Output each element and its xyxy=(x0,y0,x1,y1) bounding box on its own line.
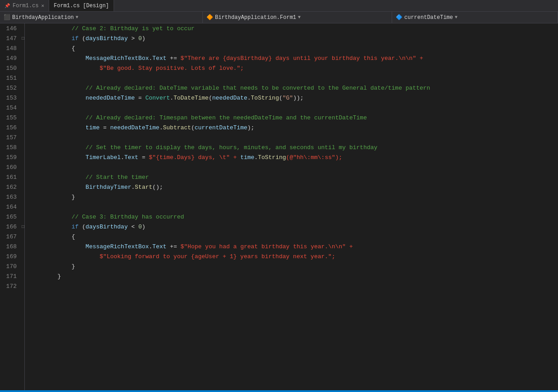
code-token: . xyxy=(131,184,135,191)
code-token: currentDateTime xyxy=(195,124,247,131)
tab-label-1: Form1.cs xyxy=(13,3,39,9)
code-token xyxy=(29,124,86,131)
code-token: Text xyxy=(124,154,138,161)
gutter-row: 152 xyxy=(0,83,24,93)
code-token: = xyxy=(135,95,145,101)
gutter-row: 161 xyxy=(0,172,24,182)
gutter-row: 155 xyxy=(0,113,24,123)
code-token: ) xyxy=(142,223,146,230)
line-number: 156 xyxy=(0,124,20,131)
line-number: 168 xyxy=(0,243,20,250)
code-token xyxy=(29,144,86,151)
code-content[interactable]: // Case 2: Birthday is yet to occur if (… xyxy=(25,23,558,392)
line-number: 148 xyxy=(0,45,20,52)
code-token: Subtract xyxy=(163,124,191,131)
code-token: . xyxy=(121,154,124,161)
code-token xyxy=(29,35,72,42)
code-line xyxy=(29,103,558,113)
gutter-row: 148 xyxy=(0,43,24,53)
line-number: 165 xyxy=(0,214,20,220)
code-token xyxy=(29,154,86,161)
code-token xyxy=(29,65,100,72)
code-token xyxy=(29,114,86,121)
code-token: Text xyxy=(152,243,166,250)
line-number: 150 xyxy=(0,65,20,72)
gutter-row: 172 xyxy=(0,281,24,291)
code-token: 0 xyxy=(138,223,142,230)
code-token: { xyxy=(72,45,75,52)
line-number: 170 xyxy=(0,263,20,270)
member-dropdown[interactable]: 🔷 currentDateTime ▼ xyxy=(392,12,558,23)
line-number: 164 xyxy=(0,204,20,210)
code-line: { xyxy=(29,43,558,53)
code-token: ); xyxy=(247,124,255,131)
code-area: 146147□148149150151152153154155156157158… xyxy=(0,23,558,392)
code-token xyxy=(29,85,86,91)
close-tab-1[interactable]: ✕ xyxy=(41,3,45,9)
code-line: BirthdayTimer.Start(); xyxy=(29,182,558,192)
code-token: } xyxy=(72,194,75,201)
code-token: . xyxy=(170,95,174,101)
code-token: (); xyxy=(152,184,163,191)
gutter-row: 156 xyxy=(0,123,24,132)
code-token: } xyxy=(57,273,61,280)
code-token: . xyxy=(149,243,152,250)
line-number: 147 xyxy=(0,35,20,42)
code-line: $"Looking forward to your {ageUser + 1} … xyxy=(29,251,558,261)
code-token: Start xyxy=(135,184,152,191)
line-number: 161 xyxy=(0,174,20,181)
code-line: TimerLabel.Text = $"{time.Days} days, \t… xyxy=(29,152,558,162)
gutter-row: 151 xyxy=(0,73,24,83)
code-token: daysBirthday xyxy=(86,35,128,42)
code-token: Convert xyxy=(145,95,170,101)
code-line xyxy=(29,162,558,172)
code-token xyxy=(29,184,86,191)
member-label: currentDateTime xyxy=(404,14,453,21)
code-line: } xyxy=(29,261,558,271)
gutter-row: 171 xyxy=(0,271,24,281)
code-token: neededDateTime xyxy=(110,124,159,131)
code-token: time xyxy=(86,124,100,131)
gutter-row: 159 xyxy=(0,152,24,162)
pin-icon: 📌 xyxy=(5,3,10,9)
code-line: MessageRichTextBox.Text += $"There are {… xyxy=(29,53,558,63)
gutter-row: 158 xyxy=(0,142,24,152)
code-token: if xyxy=(72,35,79,42)
code-token: MessageRichTextBox xyxy=(86,55,149,62)
line-number: 149 xyxy=(0,55,20,62)
code-token: ( xyxy=(78,223,86,230)
code-token xyxy=(29,194,72,201)
code-line: $"Be good. Stay positive. Lots of love."… xyxy=(29,63,558,73)
code-token xyxy=(29,223,72,230)
code-token: $"Hope you had a great birthday this yea… xyxy=(181,243,353,250)
code-token: . xyxy=(247,95,251,101)
gutter-row: 165 xyxy=(0,212,24,222)
gutter-row: 163 xyxy=(0,192,24,202)
code-line xyxy=(29,281,558,291)
code-line: // Already declared: DateTime variable t… xyxy=(29,83,558,93)
code-token xyxy=(29,233,72,240)
member-icon: 🔷 xyxy=(396,14,402,21)
class-dropdown[interactable]: 🔶 BirthdayApplication.Form1 ▼ xyxy=(203,12,392,23)
tab-form1-design[interactable]: Form1.cs [Design] xyxy=(49,0,114,11)
code-token: // Case 2: Birthday is yet to occur xyxy=(72,25,195,32)
gutter-row: 166□ xyxy=(0,222,24,232)
code-token: ( xyxy=(209,95,212,101)
code-token: . xyxy=(254,154,258,161)
class-arrow: ▼ xyxy=(298,15,301,20)
code-line: } xyxy=(29,192,558,202)
code-line: if (daysBirthday > 0) xyxy=(29,33,558,43)
tab-form1-cs[interactable]: 📌 Form1.cs ✕ xyxy=(0,0,49,11)
code-token: $"Be good. Stay positive. Lots of love."… xyxy=(100,65,244,72)
code-line xyxy=(29,73,558,83)
code-token: // Already declared: Timespan between th… xyxy=(86,114,367,121)
code-line xyxy=(29,202,558,212)
namespace-dropdown[interactable]: ⬛ BirthdayApplication ▼ xyxy=(0,12,203,23)
code-token: neededDateTime xyxy=(86,95,135,101)
code-line: { xyxy=(29,232,558,242)
code-token: ( xyxy=(78,35,86,42)
code-line: // Start the timer xyxy=(29,172,558,182)
code-token: if xyxy=(72,223,79,230)
line-number: 167 xyxy=(0,233,20,240)
gutter-row: 153 xyxy=(0,93,24,103)
